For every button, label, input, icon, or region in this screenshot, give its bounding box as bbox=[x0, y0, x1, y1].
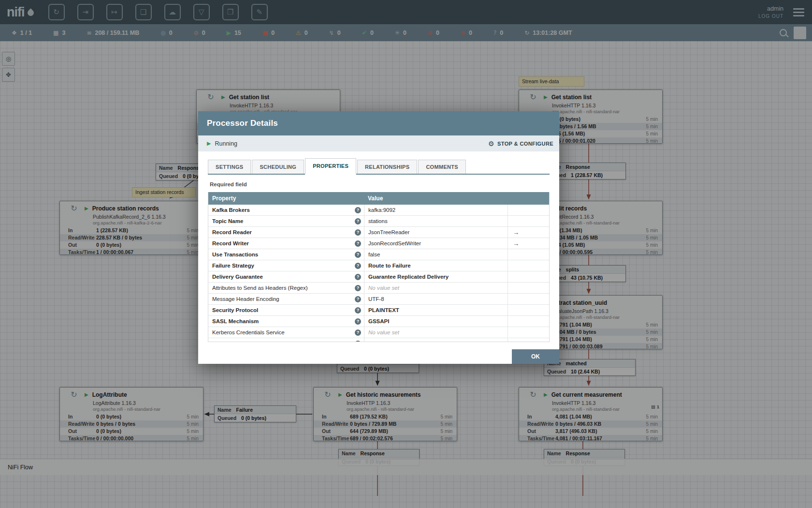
property-actions bbox=[508, 205, 549, 215]
property-actions bbox=[508, 327, 549, 338]
property-value: JsonRecordSetWriter bbox=[364, 238, 508, 249]
property-actions: → bbox=[508, 227, 549, 238]
property-actions bbox=[508, 283, 549, 293]
property-name: Topic Name bbox=[212, 218, 355, 224]
property-value: Guarantee Replicated Delivery bbox=[364, 271, 508, 282]
property-name: Message Header Encoding bbox=[212, 296, 355, 302]
property-value: No value set bbox=[364, 327, 508, 338]
property-cell: Failure Strategy? bbox=[208, 260, 364, 271]
property-row-kerberos-credentials-service: Kerberos Credentials Service?No value se… bbox=[208, 327, 549, 338]
dialog-status-strip: ▶ Running ⚙ STOP & CONFIGURE bbox=[198, 135, 559, 151]
go-to-service-icon[interactable]: → bbox=[513, 240, 519, 247]
property-actions bbox=[508, 338, 549, 342]
property-actions bbox=[508, 271, 549, 282]
tab-relationships[interactable]: RELATIONSHIPS bbox=[357, 160, 417, 174]
property-cell: Use Transactions? bbox=[208, 249, 364, 260]
column-header-value: Value bbox=[364, 192, 512, 205]
property-cell: Attributes to Send as Headers (Regex)? bbox=[208, 283, 364, 293]
tab-properties[interactable]: PROPERTIES bbox=[305, 158, 356, 175]
property-actions: → bbox=[508, 238, 549, 249]
help-icon[interactable]: ? bbox=[355, 263, 361, 269]
property-actions bbox=[508, 305, 549, 315]
processor-details-dialog: Processor Details ▶ Running ⚙ STOP & CON… bbox=[198, 111, 559, 364]
property-value: stations bbox=[364, 216, 508, 226]
properties-rows: Kafka Brokers?kafka:9092Topic Name?stati… bbox=[208, 205, 549, 342]
property-cell: Message Header Encoding? bbox=[208, 294, 364, 304]
help-icon[interactable]: ? bbox=[355, 252, 361, 258]
stop-and-configure-button[interactable]: ⚙ STOP & CONFIGURE bbox=[488, 140, 553, 148]
property-cell: Kafka Brokers? bbox=[208, 205, 364, 215]
help-icon[interactable]: ? bbox=[355, 285, 361, 291]
property-value: false bbox=[364, 249, 508, 260]
property-cell: SASL Mechanism? bbox=[208, 316, 364, 327]
property-actions bbox=[508, 294, 549, 304]
dialog-title: Processor Details bbox=[198, 111, 559, 135]
property-name: Record Reader bbox=[212, 229, 355, 235]
ok-button[interactable]: OK bbox=[512, 349, 559, 364]
property-row-record-writer: Record Writer?JsonRecordSetWriter→ bbox=[208, 238, 549, 249]
required-field-note: Required field bbox=[210, 181, 550, 187]
column-header-actions bbox=[512, 192, 549, 205]
property-name: Security Protocol bbox=[212, 307, 355, 313]
property-name: Failure Strategy bbox=[212, 263, 355, 269]
help-icon[interactable]: ? bbox=[355, 240, 361, 247]
property-value: kafka:9092 bbox=[364, 205, 508, 215]
property-name: Attributes to Send as Headers (Regex) bbox=[212, 285, 355, 291]
property-value: JsonTreeReader bbox=[364, 227, 508, 238]
property-cell: Topic Name? bbox=[208, 216, 364, 226]
property-actions bbox=[508, 316, 549, 327]
property-row-kafka-brokers: Kafka Brokers?kafka:9092 bbox=[208, 205, 549, 216]
property-actions bbox=[508, 249, 549, 260]
property-name: SASL Mechanism bbox=[212, 318, 355, 324]
help-icon[interactable]: ? bbox=[355, 207, 361, 213]
help-icon[interactable]: ? bbox=[355, 218, 361, 224]
property-cell: Record Writer? bbox=[208, 238, 364, 249]
tab-scheduling[interactable]: SCHEDULING bbox=[252, 160, 304, 174]
property-name: Kerberos Service Name bbox=[212, 341, 355, 342]
running-status-icon: ▶ bbox=[207, 140, 211, 147]
help-icon[interactable]: ? bbox=[355, 229, 361, 236]
property-value: No value set bbox=[364, 338, 508, 342]
property-row-sasl-mechanism: SASL Mechanism?GSSAPI bbox=[208, 316, 549, 327]
nifi-app: nifi ↻⇥↦❏☁▽❐✎ admin LOG OUT ❖1 / 1▦3≡208… bbox=[0, 0, 812, 508]
help-icon[interactable]: ? bbox=[355, 307, 361, 314]
property-name: Kafka Brokers bbox=[212, 207, 355, 213]
help-icon[interactable]: ? bbox=[355, 274, 361, 280]
property-value: GSSAPI bbox=[364, 316, 508, 327]
gear-icon: ⚙ bbox=[488, 140, 494, 148]
property-cell: Security Protocol? bbox=[208, 305, 364, 315]
go-to-service-icon[interactable]: → bbox=[513, 229, 519, 236]
help-icon[interactable]: ? bbox=[355, 296, 361, 302]
dialog-body: SETTINGSSCHEDULINGPROPERTIESRELATIONSHIP… bbox=[198, 151, 559, 342]
tab-settings[interactable]: SETTINGS bbox=[208, 160, 251, 174]
property-row-failure-strategy: Failure Strategy?Route to Failure bbox=[208, 260, 549, 271]
property-value: UTF-8 bbox=[364, 294, 508, 304]
property-actions bbox=[508, 260, 549, 271]
property-name: Use Transactions bbox=[212, 252, 355, 257]
property-name: Kerberos Credentials Service bbox=[212, 329, 355, 335]
property-actions bbox=[508, 216, 549, 226]
property-row-record-reader: Record Reader?JsonTreeReader→ bbox=[208, 227, 549, 238]
property-cell: Kerberos Service Name? bbox=[208, 338, 364, 342]
help-icon[interactable]: ? bbox=[355, 329, 361, 336]
stop-and-configure-label: STOP & CONFIGURE bbox=[497, 141, 553, 147]
dialog-tabs: SETTINGSSCHEDULINGPROPERTIESRELATIONSHIP… bbox=[208, 158, 550, 175]
property-name: Delivery Guarantee bbox=[212, 274, 355, 280]
help-icon[interactable]: ? bbox=[355, 341, 361, 343]
help-icon[interactable]: ? bbox=[355, 318, 361, 325]
property-value: PLAINTEXT bbox=[364, 305, 508, 315]
properties-table-header: Property Value bbox=[208, 192, 549, 205]
property-cell: Record Reader? bbox=[208, 227, 364, 238]
property-value: No value set bbox=[364, 283, 508, 293]
property-row-security-protocol: Security Protocol?PLAINTEXT bbox=[208, 305, 549, 316]
tab-comments[interactable]: COMMENTS bbox=[418, 160, 466, 174]
property-cell: Delivery Guarantee? bbox=[208, 271, 364, 282]
property-row-message-header-encoding: Message Header Encoding?UTF-8 bbox=[208, 294, 549, 305]
column-header-property: Property bbox=[208, 192, 364, 205]
run-state-label: Running bbox=[215, 140, 237, 147]
property-row-use-transactions: Use Transactions?false bbox=[208, 249, 549, 260]
property-row-topic-name: Topic Name?stations bbox=[208, 216, 549, 227]
properties-table: Property Value Kafka Brokers?kafka:9092T… bbox=[208, 192, 550, 342]
property-row-attributes-to-send-as-headers-regex: Attributes to Send as Headers (Regex)?No… bbox=[208, 283, 549, 294]
property-row-delivery-guarantee: Delivery Guarantee?Guarantee Replicated … bbox=[208, 271, 549, 283]
